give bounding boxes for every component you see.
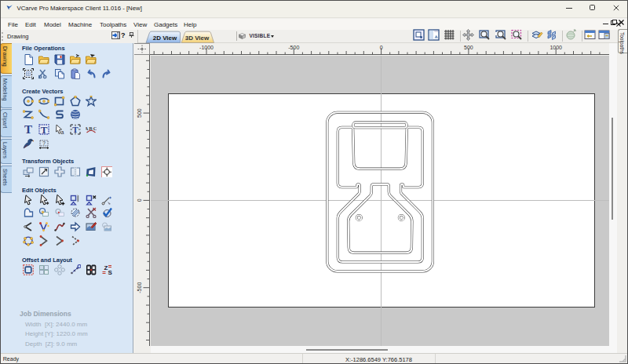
svg-text:500: 500 [137,108,142,118]
svg-text:T: T [24,124,31,135]
svg-text:T: T [40,124,47,135]
svg-text:0: 0 [137,198,142,202]
svg-text:ABC: ABC [86,126,97,131]
svg-text:?: ? [42,140,46,145]
svg-text:1000: 1000 [550,45,562,50]
svg-text:-1000: -1000 [199,45,214,50]
svg-text:3D View: 3D View [185,35,210,42]
svg-text:500: 500 [464,45,473,50]
svg-text:-500: -500 [288,45,299,50]
svg-text:2D View: 2D View [153,35,177,42]
svg-text:a: a [60,129,64,135]
svg-text:0: 0 [380,45,383,50]
svg-text:S: S [108,269,112,275]
svg-text:-500: -500 [137,282,142,293]
